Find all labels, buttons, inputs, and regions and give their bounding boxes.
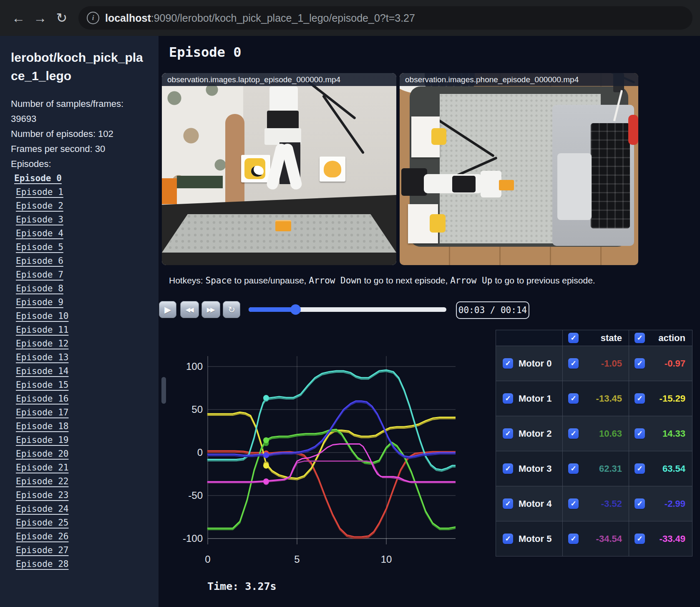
action-column-checkbox[interactable]: ✓: [635, 333, 645, 343]
motor-4-state-checkbox[interactable]: ✓: [568, 498, 579, 509]
motor-5-state-checkbox[interactable]: ✓: [568, 534, 579, 544]
motor-state-value: -1.05: [601, 358, 622, 369]
motor-4-checkbox[interactable]: ✓: [503, 498, 513, 509]
robot-gripper: [481, 171, 501, 197]
motor-3-state-checkbox[interactable]: ✓: [568, 463, 579, 474]
sidebar-item-episode-28[interactable]: Episode 28: [11, 557, 148, 571]
sidebar-item-episode-9[interactable]: Episode 9: [11, 296, 148, 309]
sidebar-item-episode-20[interactable]: Episode 20: [11, 447, 148, 461]
motor-1-action-checkbox[interactable]: ✓: [635, 393, 645, 404]
motor-2-checkbox[interactable]: ✓: [503, 428, 513, 439]
motor-2-action-checkbox[interactable]: ✓: [635, 428, 645, 439]
loop-button[interactable]: ↻: [223, 301, 240, 318]
sidebar-item-episode-8[interactable]: Episode 8: [11, 282, 148, 296]
motor-state-value: 10.63: [599, 428, 622, 439]
robot-joint: [452, 176, 476, 192]
back-icon[interactable]: ←: [8, 10, 29, 26]
samples-count: Number of samples/frames: 39693: [11, 96, 148, 126]
motor-name-cell: ✓Motor 1: [496, 381, 562, 416]
panda-sticker: [244, 158, 265, 179]
sidebar-item-episode-0[interactable]: Episode 0: [11, 172, 148, 185]
sidebar-item-episode-3[interactable]: Episode 3: [11, 213, 148, 227]
marker-action-motor-1: [263, 463, 269, 468]
motor-name: Motor 1: [519, 393, 551, 404]
motor-table-body: ✓Motor 0✓-1.05✓-0.97✓Motor 1✓-13.45✓-15.…: [496, 346, 692, 556]
motor-action-cell: ✓-2.99: [629, 486, 692, 521]
state-column-checkbox[interactable]: ✓: [568, 333, 579, 343]
motor-1-state-checkbox[interactable]: ✓: [568, 393, 579, 404]
motor-4-action-checkbox[interactable]: ✓: [635, 498, 645, 509]
motor-0-state-checkbox[interactable]: ✓: [568, 358, 579, 369]
forward-icon[interactable]: →: [29, 10, 51, 26]
table-row-motor-5: ✓Motor 5✓-34.54✓-33.49: [496, 521, 692, 556]
sidebar-item-episode-27[interactable]: Episode 27: [11, 544, 148, 557]
motor-1-checkbox[interactable]: ✓: [503, 393, 513, 404]
fast-forward-button[interactable]: ▶▶: [201, 301, 220, 318]
table-row-motor-4: ✓Motor 4✓-3.52✓-2.99: [496, 486, 692, 521]
laptop-trackpad: [557, 153, 592, 220]
key-space: Space: [206, 276, 232, 286]
sidebar-item-episode-4[interactable]: Episode 4: [11, 227, 148, 240]
hugging-face-sticker: [324, 161, 341, 177]
motor-5-action-checkbox[interactable]: ✓: [635, 534, 645, 544]
sidebar-item-episode-1[interactable]: Episode 1: [11, 185, 148, 199]
marker-action-motor-5: [263, 478, 269, 484]
sidebar-item-episode-15[interactable]: Episode 15: [11, 378, 148, 392]
y-tick-label--50: -50: [188, 490, 203, 501]
motor-5-checkbox[interactable]: ✓: [503, 534, 513, 544]
table-row-motor-0: ✓Motor 0✓-1.05✓-0.97: [496, 346, 692, 381]
reload-icon[interactable]: ↻: [51, 10, 73, 26]
sidebar-item-episode-17[interactable]: Episode 17: [11, 406, 148, 420]
sidebar-item-episode-21[interactable]: Episode 21: [11, 461, 148, 475]
video-phone-camera[interactable]: observation.images.phone_episode_000000.…: [400, 73, 638, 265]
sidebar-item-episode-13[interactable]: Episode 13: [11, 351, 148, 364]
sidebar-item-episode-18[interactable]: Episode 18: [11, 420, 148, 433]
yellow-sticker: [431, 128, 446, 145]
sidebar-item-episode-5[interactable]: Episode 5: [11, 240, 148, 254]
y-tick-label-0: 0: [197, 447, 203, 458]
motor-state-cell: ✓-34.54: [562, 521, 629, 556]
motor-state-value: -13.45: [596, 393, 622, 404]
address-bar[interactable]: i localhost:9090/lerobot/koch_pick_place…: [78, 6, 692, 30]
site-info-icon[interactable]: i: [87, 12, 99, 24]
key-arrow-down: Arrow Down: [309, 276, 361, 286]
sidebar-item-episode-22[interactable]: Episode 22: [11, 475, 148, 488]
sidebar-item-episode-7[interactable]: Episode 7: [11, 268, 148, 282]
dataset-info: Number of samples/frames: 39693 Number o…: [11, 96, 148, 172]
state-column-label: state: [601, 333, 622, 344]
current-time-label: Time: 3.27s: [207, 580, 277, 592]
sidebar-item-episode-25[interactable]: Episode 25: [11, 516, 148, 530]
motor-0-checkbox[interactable]: ✓: [503, 358, 513, 369]
motor-2-state-checkbox[interactable]: ✓: [568, 428, 579, 439]
sidebar-item-episode-26[interactable]: Episode 26: [11, 530, 148, 544]
motor-3-action-checkbox[interactable]: ✓: [635, 463, 645, 474]
sidebar-item-episode-24[interactable]: Episode 24: [11, 502, 148, 516]
video-laptop-camera[interactable]: observation.images.laptop_episode_000000…: [162, 73, 396, 265]
sidebar-item-episode-14[interactable]: Episode 14: [11, 364, 148, 378]
sidebar-item-episode-12[interactable]: Episode 12: [11, 337, 148, 351]
motor-0-action-checkbox[interactable]: ✓: [635, 358, 645, 369]
seek-slider-thumb[interactable]: [290, 304, 301, 315]
motor-action-value: 63.54: [662, 463, 685, 474]
y-tick-label--100: -100: [183, 533, 203, 544]
sidebar-item-episode-11[interactable]: Episode 11: [11, 323, 148, 337]
sidebar-item-episode-2[interactable]: Episode 2: [11, 199, 148, 213]
motor-action-value: -33.49: [660, 534, 685, 544]
sidebar-item-episode-16[interactable]: Episode 16: [11, 392, 148, 406]
motor-action-value: 14.33: [662, 428, 685, 439]
red-object: [628, 115, 638, 145]
motor-name-cell: ✓Motor 3: [496, 451, 562, 486]
yellow-sticker: [430, 214, 446, 233]
sidebar-item-episode-19[interactable]: Episode 19: [11, 433, 148, 447]
sidebar-item-episode-23[interactable]: Episode 23: [11, 488, 148, 502]
sidebar-item-episode-10[interactable]: Episode 10: [11, 309, 148, 323]
url-text[interactable]: localhost:9090/lerobot/koch_pick_place_1…: [105, 12, 415, 24]
motor-name: Motor 2: [519, 428, 551, 439]
sidebar-item-episode-6[interactable]: Episode 6: [11, 254, 148, 268]
video-laptop-caption: observation.images.laptop_episode_000000…: [162, 73, 396, 86]
motor-3-checkbox[interactable]: ✓: [503, 463, 513, 474]
episode-list: Episode 0Episode 1Episode 2Episode 3Epis…: [11, 172, 148, 571]
header-empty-cell: [496, 330, 562, 346]
rewind-button[interactable]: ◀◀: [180, 301, 199, 318]
play-button[interactable]: ▶: [159, 301, 176, 318]
